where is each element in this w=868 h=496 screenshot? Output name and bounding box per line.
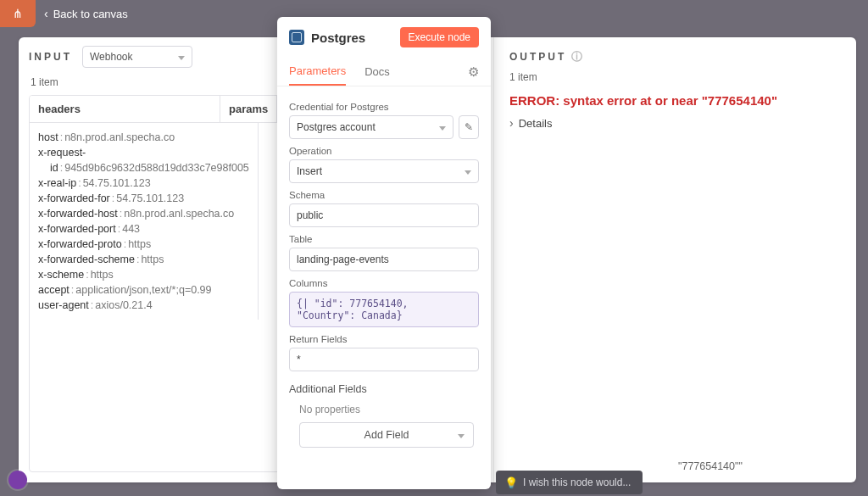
node-title: Postgres [311, 31, 365, 45]
output-title: OUTPUT [509, 51, 566, 63]
operation-label: Operation [289, 146, 479, 156]
header-row: id:945d9b6c9632d588d19dd33c7e98f005 [38, 160, 249, 176]
add-field-label: Add Field [364, 429, 409, 441]
credential-value: Postgres account [297, 121, 376, 133]
header-row: x-forwarded-proto:https [38, 237, 249, 252]
details-label: Details [519, 117, 553, 130]
output-column: OUTPUT ⓘ 1 item ERROR: syntax error at o… [493, 37, 856, 482]
chevron-down-icon [458, 430, 465, 440]
no-properties: No properties [299, 404, 479, 415]
chevron-down-icon [465, 166, 471, 176]
header-row: x-scheme:https [38, 267, 249, 282]
header-row: accept:application/json,text/*;q=0.99 [38, 282, 249, 298]
schema-input[interactable]: public [289, 203, 479, 227]
additional-fields-label: Additional Fields [289, 383, 479, 395]
error-message: ERROR: syntax error at or near "77765414… [509, 93, 841, 108]
gear-icon[interactable]: ⚙ [468, 64, 479, 80]
wish-bar[interactable]: 💡 I wish this node would... [496, 471, 643, 494]
output-extra-snippet: "777654140"" [678, 460, 831, 472]
tab-parameters[interactable]: Parameters [289, 58, 346, 86]
chevron-right-icon: › [509, 116, 514, 130]
input-title: INPUT [29, 51, 72, 63]
operation-select[interactable]: Insert [289, 159, 479, 183]
return-value: * [297, 354, 301, 365]
table-label: Table [289, 234, 479, 244]
columns-label: Columns [289, 278, 479, 288]
chevron-left-icon: ‹ [44, 7, 48, 20]
edit-credential-button[interactable]: ✎ [459, 115, 479, 139]
details-toggle[interactable]: › Details [509, 116, 841, 130]
execute-node-button[interactable]: Execute node [400, 27, 479, 47]
info-icon: ⓘ [571, 49, 585, 64]
table-value: landing-page-events [297, 254, 389, 265]
header-row: x-forwarded-for:54.75.101.123 [38, 191, 249, 206]
header-row: x-forwarded-port:443 [38, 221, 249, 237]
back-to-canvas[interactable]: ‹ Back to canvas [44, 7, 128, 20]
chevron-down-icon [439, 122, 446, 132]
avatar[interactable] [8, 471, 27, 489]
header-row: x-real-ip:54.75.101.123 [38, 176, 249, 191]
return-input[interactable]: * [289, 348, 479, 371]
return-label: Return Fields [289, 334, 479, 344]
headers-cell: host:n8n.prod.anl.specha.cox-request-id:… [30, 123, 259, 320]
header-row: user-agent:axios/0.21.4 [38, 298, 249, 313]
tab-docs[interactable]: Docs [364, 59, 390, 85]
node-panel: Postgres Execute node Parameters Docs ⚙ … [277, 17, 491, 489]
input-source-select[interactable]: Webhook [82, 46, 192, 68]
output-count: 1 item [509, 71, 841, 83]
columns-input[interactable]: {| "id": 777654140, "Country": Canada} [289, 292, 479, 327]
header-row: host:n8n.prod.anl.specha.co [38, 130, 249, 145]
col-headers: headers [30, 96, 220, 122]
schema-value: public [297, 209, 323, 221]
wish-text: I wish this node would... [523, 476, 631, 488]
postgres-icon [289, 30, 304, 45]
header-row: x-forwarded-scheme:https [38, 252, 249, 267]
back-label: Back to canvas [53, 8, 128, 20]
bulb-icon: 💡 [504, 476, 518, 489]
schema-label: Schema [289, 190, 479, 200]
credential-select[interactable]: Postgres account [289, 115, 453, 139]
chevron-down-icon [178, 51, 185, 63]
operation-value: Insert [297, 165, 322, 177]
add-field-button[interactable]: Add Field [299, 422, 474, 448]
credential-label: Credential for Postgres [289, 102, 479, 112]
header-row: x-forwarded-host:n8n.prod.anl.specha.co [38, 206, 249, 221]
col-params: params [220, 96, 277, 122]
input-source-value: Webhook [90, 51, 132, 63]
table-input[interactable]: landing-page-events [289, 248, 479, 271]
tool-strip: ⋔ [0, 0, 36, 27]
header-row: x-request- [38, 145, 249, 160]
